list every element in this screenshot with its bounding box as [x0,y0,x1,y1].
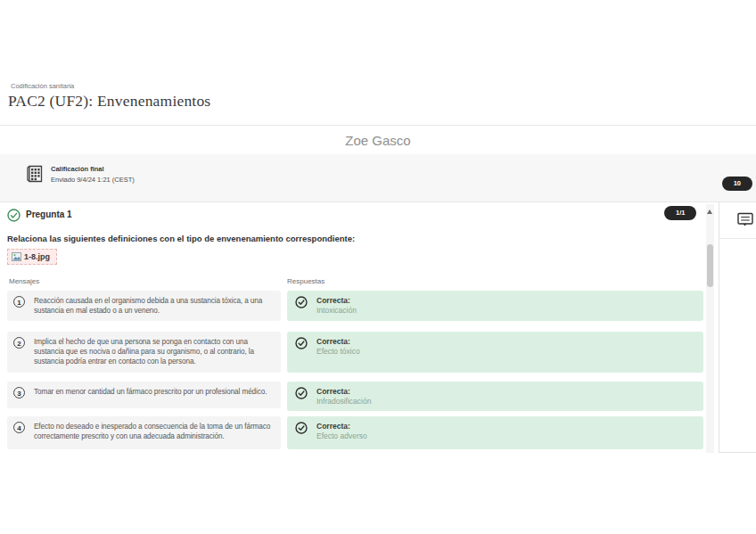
message-number-badge: 3 [13,387,25,398]
answer-value: Efecto adverso [316,431,694,441]
side-panel-header [719,202,756,239]
question-pane: Pregunta 1 1/1 Relaciona las siguientes … [0,202,704,454]
scroll-up-arrow-icon[interactable] [707,209,712,214]
quiz-review-area: Pregunta 1 1/1 Relaciona las siguientes … [0,202,756,454]
submitted-timestamp: Enviado 9/4/24 1:21 (CEST) [51,175,135,185]
message-text: Tomar en menor cantidad un fármaco presc… [34,387,274,397]
answer-value: Infradosificación [316,397,694,407]
message-number-badge: 2 [13,337,25,349]
answer-result-label: Correcta: [316,387,694,397]
answer-check-circle-icon [295,296,308,308]
answer-value: Efecto tóxico [316,347,694,357]
match-row: 4 Efecto no deseado e inesperado a conse… [0,416,704,449]
answer-box: Correcta: Efecto adverso [287,416,703,449]
answer-value: Intoxicación [316,306,694,316]
answer-result-label: Correcta: [316,337,694,347]
grade-bar: Calificación final Enviado 9/4/24 1:21 (… [0,154,756,202]
column-header-responses: Respuestas [287,277,325,285]
answer-box: Correcta: Intoxicación [287,291,703,321]
feedback-comment-icon[interactable] [737,212,753,227]
answer-result-label: Correcta: [316,296,694,306]
broken-image-placeholder: 1-8.jpg [7,249,57,265]
student-name: Zoe Gasco [0,133,756,148]
answer-check-circle-icon [295,387,308,399]
message-box: 4 Efecto no deseado e inesperado a conse… [7,416,281,449]
answer-check-circle-icon [295,422,308,434]
match-row: 3 Tomar en menor cantidad un fármaco pre… [0,382,704,408]
answer-result-label: Correcta: [316,422,694,431]
answer-check-circle-icon [295,337,308,349]
broken-image-icon [12,252,21,261]
grade-badge: 10 [722,177,752,191]
answer-box: Correcta: Efecto tóxico [287,332,703,373]
message-box: 2 Implica el hecho de que una persona se… [7,332,281,373]
match-row: 2 Implica el hecho de que una persona se… [0,332,704,373]
breadcrumb[interactable]: Codificación sanitaria [11,82,74,90]
question-prompt: Relaciona las siguientes definiciones co… [7,234,685,243]
grade-sheet-icon [25,164,45,184]
column-header-messages: Mensajes [9,277,39,285]
message-number-badge: 4 [13,422,25,433]
message-text: Reacción causada en el organismo debida … [34,296,274,316]
answer-box: Correcta: Infradosificación [287,382,703,411]
vertical-scrollbar[interactable] [706,204,714,453]
message-text: Efecto no deseado e inesperado a consecu… [34,422,274,441]
page-title: PAC2 (UF2): Envenenamientos [8,92,210,111]
question-correct-check-circle-icon [7,209,21,222]
header-divider [0,125,756,126]
message-box: 1 Reacción causada en el organismo debid… [7,291,281,321]
message-number-badge: 1 [13,296,25,308]
scrollbar-thumb[interactable] [707,244,713,287]
feedback-side-panel [719,202,756,453]
match-row: 1 Reacción causada en el organismo debid… [0,291,704,321]
question-title: Pregunta 1 [26,209,72,219]
broken-image-filename: 1-8.jpg [24,252,50,261]
question-score-badge: 1/1 [664,206,696,220]
message-box: 3 Tomar en menor cantidad un fármaco pre… [7,382,281,408]
message-text: Implica el hecho de que una persona se p… [34,337,274,366]
grade-label: Calificación final [51,164,135,175]
